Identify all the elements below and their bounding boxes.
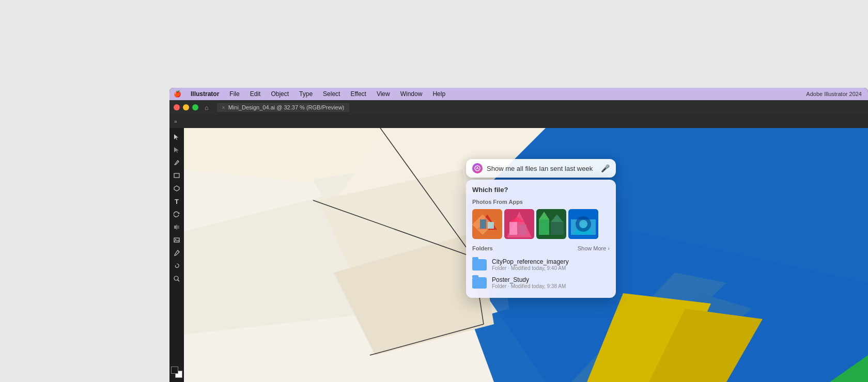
svg-marker-3 — [174, 186, 179, 191]
toolbar: » — [169, 115, 868, 128]
zoom-tool[interactable] — [171, 273, 182, 284]
search-bar[interactable]: Show me all files Ian sent last week 🎤 — [466, 159, 616, 178]
search-overlay: Show me all files Ian sent last week 🎤 W… — [466, 159, 616, 298]
svg-rect-44 — [509, 222, 517, 235]
svg-rect-45 — [519, 225, 526, 235]
folder-meta-2: Folder · Modified today, 9:38 AM — [492, 283, 610, 289]
minimize-button[interactable] — [183, 104, 189, 110]
menu-edit[interactable]: Edit — [248, 89, 263, 99]
color-swatches[interactable] — [171, 367, 182, 378]
svg-marker-1 — [174, 147, 179, 153]
folder-name-1: CityPop_reference_imagery — [492, 258, 610, 265]
rotate-tool[interactable] — [171, 209, 182, 220]
select-tool[interactable] — [171, 131, 182, 142]
tab-name: Mini_Design_04.ai @ 32.37 % (RGB/Preview… — [228, 104, 345, 110]
svg-rect-50 — [551, 222, 564, 235]
main-area: T — [169, 128, 868, 382]
monitor: 🍎 Illustrator File Edit Object Type Sele… — [169, 88, 868, 382]
image-tool[interactable] — [171, 234, 182, 246]
direct-select-tool[interactable] — [171, 144, 182, 155]
title-bar: ⌂ × Mini_Design_04.ai @ 32.37 % (RGB/Pre… — [169, 100, 868, 115]
photos-label: Photos From Apps — [472, 199, 523, 205]
folder-icon-2 — [472, 277, 487, 289]
menu-type[interactable]: Type — [297, 89, 315, 99]
maximize-button[interactable] — [192, 104, 198, 110]
tab-close-icon[interactable]: × — [222, 105, 225, 110]
menu-effect[interactable]: Effect — [348, 89, 368, 99]
home-icon[interactable]: ⌂ — [205, 104, 209, 112]
shape-tool[interactable] — [171, 183, 182, 194]
menu-select[interactable]: Select — [321, 89, 342, 99]
menu-view[interactable]: View — [375, 89, 392, 99]
folder-name-2: Poster_Study — [492, 276, 610, 283]
folder-info-2: Poster_Study Folder · Modified today, 9:… — [492, 276, 610, 289]
results-prompt: Which file? — [472, 186, 610, 194]
svg-rect-48 — [539, 219, 549, 235]
type-tool[interactable]: T — [171, 196, 182, 207]
traffic-lights — [174, 104, 198, 110]
svg-rect-6 — [177, 226, 179, 229]
close-button[interactable] — [174, 104, 180, 110]
tools-panel: T — [169, 128, 184, 382]
menu-app-name[interactable]: Illustrator — [189, 89, 221, 99]
photo-thumb-4[interactable] — [568, 209, 598, 239]
menu-file[interactable]: File — [227, 89, 241, 99]
svg-marker-0 — [174, 134, 178, 140]
app-title-right: Adobe Illustrator 2024 — [806, 91, 862, 97]
svg-point-56 — [579, 220, 587, 228]
folder-icon-1 — [472, 259, 487, 270]
folder-item-1[interactable]: CityPop_reference_imagery Folder · Modif… — [472, 256, 610, 274]
reflect-tool[interactable] — [171, 221, 182, 233]
folder-meta-1: Folder · Modified today, 9:40 AM — [492, 265, 610, 271]
folders-label: Folders — [472, 245, 493, 251]
search-input[interactable]: Show me all files Ian sent last week — [487, 165, 597, 172]
blob-brush-tool[interactable] — [171, 260, 182, 272]
toolbar-expand[interactable]: » — [172, 118, 180, 125]
svg-line-11 — [178, 280, 179, 281]
document-tab[interactable]: × Mini_Design_04.ai @ 32.37 % (RGB/Previ… — [217, 103, 349, 112]
svg-rect-41 — [488, 222, 494, 229]
photos-section-header: Photos From Apps — [472, 199, 610, 205]
photo-thumb-3[interactable] — [536, 209, 566, 239]
photo-thumb-2[interactable] — [504, 209, 534, 239]
search-results: Which file? Photos From Apps — [466, 180, 616, 298]
svg-rect-5 — [174, 226, 176, 229]
apple-logo-icon[interactable]: 🍎 — [174, 90, 181, 98]
pen-tool[interactable] — [171, 157, 182, 168]
canvas[interactable]: Show me all files Ian sent last week 🎤 W… — [184, 128, 868, 382]
svg-rect-2 — [174, 173, 179, 178]
tab-bar: × Mini_Design_04.ai @ 32.37 % (RGB/Previ… — [217, 103, 864, 112]
folders-section-header: Folders Show More › — [472, 245, 610, 251]
menu-window[interactable]: Window — [398, 89, 425, 99]
photo-thumb-1[interactable] — [472, 209, 502, 239]
svg-point-10 — [174, 276, 178, 280]
menu-bar: 🍎 Illustrator File Edit Object Type Sele… — [169, 88, 868, 100]
svg-rect-40 — [480, 219, 486, 229]
rectangle-tool[interactable] — [171, 170, 182, 181]
eyedropper-tool[interactable] — [171, 247, 182, 259]
show-more-button[interactable]: Show More › — [578, 245, 610, 251]
folder-info-1: CityPop_reference_imagery Folder · Modif… — [492, 258, 610, 271]
svg-point-36 — [475, 166, 480, 171]
menu-help[interactable]: Help — [430, 89, 447, 99]
mic-icon[interactable]: 🎤 — [601, 164, 610, 172]
menu-object[interactable]: Object — [269, 89, 291, 99]
photos-grid — [472, 209, 610, 239]
folder-item-2[interactable]: Poster_Study Folder · Modified today, 9:… — [472, 274, 610, 292]
ai-icon — [472, 163, 483, 173]
